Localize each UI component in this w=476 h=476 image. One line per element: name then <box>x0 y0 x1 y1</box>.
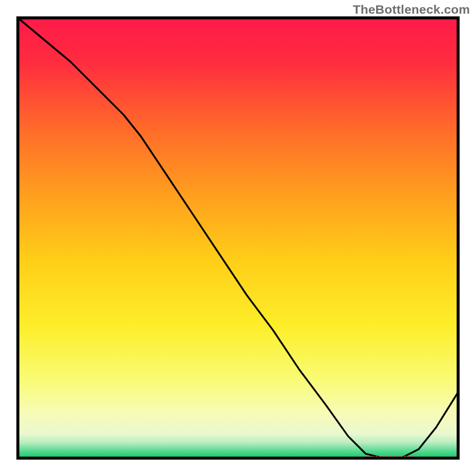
bottleneck-chart <box>0 0 476 476</box>
chart-container: TheBottleneck.com <box>0 0 476 476</box>
chart-background <box>18 18 458 458</box>
